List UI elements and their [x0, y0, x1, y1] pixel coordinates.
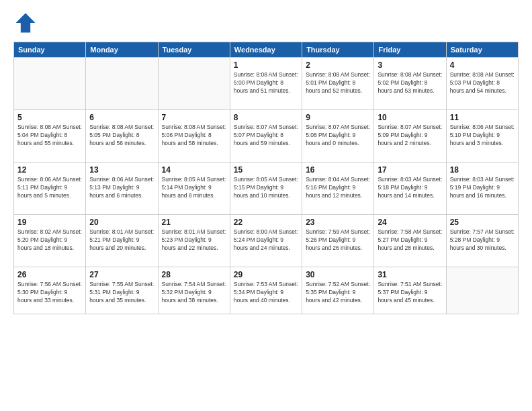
- day-info: Sunrise: 8:07 AM Sunset: 5:08 PM Dayligh…: [306, 124, 370, 148]
- weekday-header: Thursday: [302, 42, 374, 58]
- day-info: Sunrise: 8:08 AM Sunset: 5:02 PM Dayligh…: [378, 71, 442, 95]
- day-info: Sunrise: 8:08 AM Sunset: 5:00 PM Dayligh…: [234, 71, 298, 95]
- day-info: Sunrise: 7:56 AM Sunset: 5:30 PM Dayligh…: [17, 281, 82, 305]
- day-number: 9: [306, 113, 370, 122]
- weekday-header: Wednesday: [230, 42, 302, 58]
- calendar-day: 29Sunrise: 7:53 AM Sunset: 5:34 PM Dayli…: [230, 267, 302, 314]
- day-info: Sunrise: 8:03 AM Sunset: 5:18 PM Dayligh…: [378, 176, 442, 200]
- day-info: Sunrise: 8:07 AM Sunset: 5:07 PM Dayligh…: [234, 124, 298, 148]
- logo-icon: [13, 11, 38, 35]
- calendar-day: 13Sunrise: 8:06 AM Sunset: 5:13 PM Dayli…: [86, 163, 158, 215]
- day-number: 8: [234, 113, 298, 122]
- day-number: 18: [450, 165, 515, 175]
- calendar-table: SundayMondayTuesdayWednesdayThursdayFrid…: [13, 42, 519, 314]
- day-info: Sunrise: 8:08 AM Sunset: 5:01 PM Dayligh…: [306, 71, 370, 95]
- calendar-day: 3Sunrise: 8:08 AM Sunset: 5:02 PM Daylig…: [374, 58, 446, 110]
- day-number: 16: [306, 165, 370, 175]
- day-info: Sunrise: 8:05 AM Sunset: 5:15 PM Dayligh…: [234, 176, 298, 200]
- day-info: Sunrise: 8:08 AM Sunset: 5:05 PM Dayligh…: [89, 124, 154, 148]
- day-info: Sunrise: 8:00 AM Sunset: 5:24 PM Dayligh…: [234, 228, 298, 253]
- day-info: Sunrise: 8:02 AM Sunset: 5:20 PM Dayligh…: [17, 228, 82, 253]
- day-number: 26: [17, 270, 82, 279]
- calendar-day: 30Sunrise: 7:52 AM Sunset: 5:35 PM Dayli…: [302, 267, 374, 314]
- day-number: 1: [234, 60, 298, 70]
- calendar-day: 11Sunrise: 8:06 AM Sunset: 5:10 PM Dayli…: [446, 110, 518, 163]
- day-number: 29: [234, 270, 298, 279]
- svg-marker-0: [16, 13, 36, 33]
- day-number: 31: [378, 270, 442, 279]
- calendar-day: 20Sunrise: 8:01 AM Sunset: 5:21 PM Dayli…: [86, 215, 158, 267]
- day-number: 4: [450, 60, 515, 70]
- day-info: Sunrise: 8:06 AM Sunset: 5:10 PM Dayligh…: [450, 124, 515, 148]
- calendar-day: 16Sunrise: 8:04 AM Sunset: 5:16 PM Dayli…: [302, 163, 374, 215]
- calendar-day: 14Sunrise: 8:05 AM Sunset: 5:14 PM Dayli…: [158, 163, 230, 215]
- calendar-day: 23Sunrise: 7:59 AM Sunset: 5:26 PM Dayli…: [302, 215, 374, 267]
- weekday-header: Friday: [374, 42, 446, 58]
- calendar-day: 19Sunrise: 8:02 AM Sunset: 5:20 PM Dayli…: [14, 215, 86, 267]
- day-info: Sunrise: 8:08 AM Sunset: 5:03 PM Dayligh…: [450, 71, 515, 95]
- day-number: 30: [306, 270, 370, 279]
- calendar-day: 7Sunrise: 8:08 AM Sunset: 5:06 PM Daylig…: [158, 110, 230, 163]
- empty-day: [14, 58, 86, 110]
- weekday-header: Sunday: [14, 42, 86, 58]
- calendar-day: 28Sunrise: 7:54 AM Sunset: 5:32 PM Dayli…: [158, 267, 230, 314]
- day-number: 6: [89, 113, 154, 122]
- day-number: 11: [450, 113, 515, 122]
- day-number: 2: [306, 60, 370, 70]
- day-number: 13: [89, 165, 154, 175]
- day-info: Sunrise: 8:08 AM Sunset: 5:04 PM Dayligh…: [17, 124, 82, 148]
- calendar-day: 15Sunrise: 8:05 AM Sunset: 5:15 PM Dayli…: [230, 163, 302, 215]
- day-number: 12: [17, 165, 82, 175]
- day-number: 27: [89, 270, 154, 279]
- day-number: 7: [162, 113, 226, 122]
- day-number: 14: [162, 165, 226, 175]
- day-number: 24: [378, 218, 442, 227]
- day-info: Sunrise: 8:06 AM Sunset: 5:13 PM Dayligh…: [89, 176, 154, 200]
- day-number: 19: [17, 218, 82, 227]
- day-info: Sunrise: 7:52 AM Sunset: 5:35 PM Dayligh…: [306, 281, 370, 305]
- calendar-day: 21Sunrise: 8:01 AM Sunset: 5:23 PM Dayli…: [158, 215, 230, 267]
- calendar-day: 1Sunrise: 8:08 AM Sunset: 5:00 PM Daylig…: [230, 58, 302, 110]
- day-info: Sunrise: 8:05 AM Sunset: 5:14 PM Dayligh…: [162, 176, 226, 200]
- day-info: Sunrise: 7:54 AM Sunset: 5:32 PM Dayligh…: [162, 281, 226, 305]
- day-number: 23: [306, 218, 370, 227]
- calendar-day: 10Sunrise: 8:07 AM Sunset: 5:09 PM Dayli…: [374, 110, 446, 163]
- calendar-day: 4Sunrise: 8:08 AM Sunset: 5:03 PM Daylig…: [446, 58, 518, 110]
- day-number: 28: [162, 270, 226, 279]
- day-info: Sunrise: 8:03 AM Sunset: 5:19 PM Dayligh…: [450, 176, 515, 200]
- header: [13, 11, 519, 35]
- calendar-day: 8Sunrise: 8:07 AM Sunset: 5:07 PM Daylig…: [230, 110, 302, 163]
- day-info: Sunrise: 7:51 AM Sunset: 5:37 PM Dayligh…: [378, 281, 442, 305]
- day-number: 15: [234, 165, 298, 175]
- day-info: Sunrise: 7:53 AM Sunset: 5:34 PM Dayligh…: [234, 281, 298, 305]
- calendar-day: 26Sunrise: 7:56 AM Sunset: 5:30 PM Dayli…: [14, 267, 86, 314]
- calendar-day: 27Sunrise: 7:55 AM Sunset: 5:31 PM Dayli…: [86, 267, 158, 314]
- empty-day: [86, 58, 158, 110]
- day-number: 21: [162, 218, 226, 227]
- day-info: Sunrise: 8:06 AM Sunset: 5:11 PM Dayligh…: [17, 176, 82, 200]
- day-info: Sunrise: 8:01 AM Sunset: 5:23 PM Dayligh…: [162, 228, 226, 253]
- day-number: 17: [378, 165, 442, 175]
- day-number: 3: [378, 60, 442, 70]
- day-info: Sunrise: 8:07 AM Sunset: 5:09 PM Dayligh…: [378, 124, 442, 148]
- day-info: Sunrise: 8:04 AM Sunset: 5:16 PM Dayligh…: [306, 176, 370, 200]
- day-info: Sunrise: 8:01 AM Sunset: 5:21 PM Dayligh…: [89, 228, 154, 253]
- day-info: Sunrise: 8:08 AM Sunset: 5:06 PM Dayligh…: [162, 124, 226, 148]
- calendar-day: 24Sunrise: 7:58 AM Sunset: 5:27 PM Dayli…: [374, 215, 446, 267]
- calendar-day: 17Sunrise: 8:03 AM Sunset: 5:18 PM Dayli…: [374, 163, 446, 215]
- calendar-day: 9Sunrise: 8:07 AM Sunset: 5:08 PM Daylig…: [302, 110, 374, 163]
- weekday-header: Tuesday: [158, 42, 230, 58]
- calendar-day: 31Sunrise: 7:51 AM Sunset: 5:37 PM Dayli…: [374, 267, 446, 314]
- calendar-day: 18Sunrise: 8:03 AM Sunset: 5:19 PM Dayli…: [446, 163, 518, 215]
- empty-day: [446, 267, 518, 314]
- calendar-header-row: SundayMondayTuesdayWednesdayThursdayFrid…: [14, 42, 519, 58]
- calendar-day: 12Sunrise: 8:06 AM Sunset: 5:11 PM Dayli…: [14, 163, 86, 215]
- day-info: Sunrise: 7:59 AM Sunset: 5:26 PM Dayligh…: [306, 228, 370, 253]
- day-info: Sunrise: 7:57 AM Sunset: 5:28 PM Dayligh…: [450, 228, 515, 253]
- day-number: 22: [234, 218, 298, 227]
- day-number: 25: [450, 218, 515, 227]
- weekday-header: Monday: [86, 42, 158, 58]
- calendar-day: 5Sunrise: 8:08 AM Sunset: 5:04 PM Daylig…: [14, 110, 86, 163]
- page: SundayMondayTuesdayWednesdayThursdayFrid…: [0, 0, 532, 411]
- calendar-day: 25Sunrise: 7:57 AM Sunset: 5:28 PM Dayli…: [446, 215, 518, 267]
